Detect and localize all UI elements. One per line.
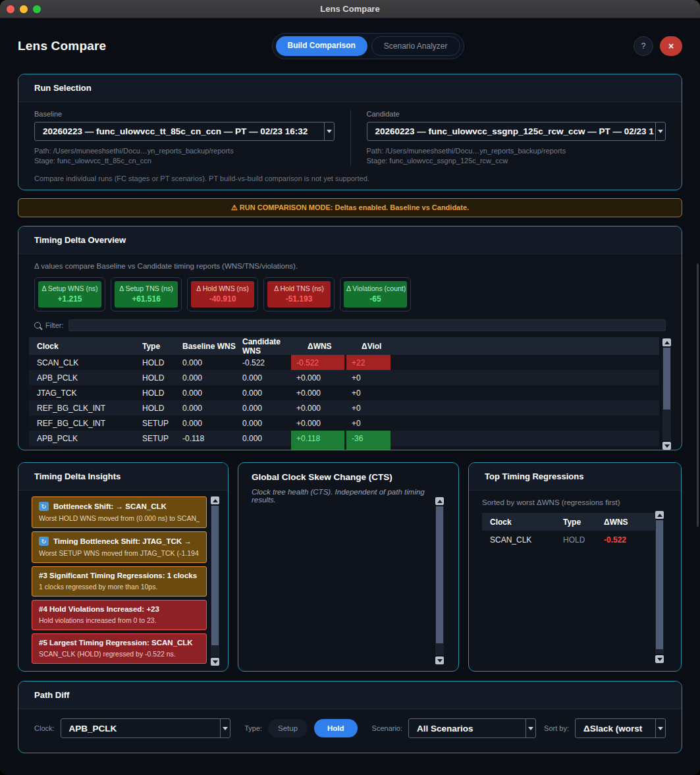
table-row[interactable]: APB_PCLK SETUP -0.118 0.000 +0.118 -36 <box>29 431 659 446</box>
window-scrollbar[interactable] <box>697 263 699 527</box>
tab-build-comparison[interactable]: Build Comparison <box>275 36 367 56</box>
insight-card[interactable]: ↻Timing Bottleneck Shift: JTAG_TCK → Wor… <box>32 531 207 563</box>
scroll-down-icon[interactable] <box>435 656 444 664</box>
col-header-clock[interactable]: Clock <box>482 518 563 527</box>
table-header-row: Clock Type Baseline WNS Candidate WNS ΔW… <box>29 337 659 355</box>
cell-baseline: 0.000 <box>182 388 242 398</box>
top-regressions-panel: Top Timing Regressions Sorted by worst Δ… <box>468 462 682 672</box>
regressions-scrollbar[interactable] <box>655 511 664 663</box>
table-row[interactable]: SCAN_CLK HOLD 0.000 -0.522 -0.522 +22 <box>29 355 659 370</box>
table-row[interactable]: SCAN_CLK HOLD -0.522 <box>482 531 656 548</box>
delta-card-value: -65 <box>346 294 404 304</box>
scrollbar-thumb[interactable] <box>211 506 219 645</box>
close-app-button[interactable]: × <box>660 36 682 56</box>
insight-card[interactable]: ↻Bottleneck Shift: → SCAN_CLK Worst HOLD… <box>32 496 207 528</box>
delta-card-value: -51.193 <box>270 294 328 304</box>
scroll-up-icon[interactable] <box>211 496 219 504</box>
sort-by-select-value: ΔSlack (worst <box>576 724 655 734</box>
close-window-icon[interactable] <box>7 5 14 13</box>
path-diff-panel: Path Diff Clock: APB_PCLK Type: Setup Ho… <box>18 681 682 753</box>
cell-clock: SCAN_CLK <box>482 535 563 545</box>
cell-baseline: -0.118 <box>182 434 242 443</box>
candidate-stage: Stage: func_ulowvcc_ssgnp_125c_rcw_ccw <box>367 156 666 166</box>
col-header-clock[interactable]: Clock <box>29 342 142 351</box>
delta-card-value: +1.215 <box>41 294 99 304</box>
scroll-up-icon[interactable] <box>655 511 664 519</box>
scrollbar-thumb[interactable] <box>656 520 663 649</box>
minimize-window-icon[interactable] <box>20 5 28 13</box>
col-header-baseline-wns[interactable]: Baseline WNS <box>182 342 242 351</box>
scroll-down-icon[interactable] <box>211 658 219 666</box>
chevron-down-icon[interactable] <box>655 719 665 737</box>
scrollbar-track[interactable] <box>435 506 444 655</box>
candidate-path: Path: /Users/muneeshsethi/Docu…yn_report… <box>367 146 666 156</box>
cell-type: SETUP <box>142 434 182 443</box>
insight-card[interactable]: #4 Hold Violations Increased: +23 Hold v… <box>32 600 207 630</box>
delta-card-label: Δ Violations (count) <box>346 284 404 292</box>
filter-input[interactable] <box>68 319 666 331</box>
insight-desc: 1 clocks regressed by more than 10ps. <box>39 583 200 591</box>
scrollbar-track[interactable] <box>211 506 219 656</box>
col-header-dwns[interactable]: ΔWNS <box>291 337 344 355</box>
run-selection-panel: Run Selection Baseline 20260223 — func_u… <box>18 74 682 190</box>
window-titlebar: Lens Compare <box>0 0 700 18</box>
table-row[interactable]: REF_BG_CLK_INT HOLD 0.000 0.000 +0.000 +… <box>29 400 659 415</box>
help-button[interactable]: ? <box>633 36 653 56</box>
col-header-type[interactable]: Type <box>563 518 604 527</box>
clock-select[interactable]: APB_PCLK <box>61 718 231 738</box>
app-header: Lens Compare Build Comparison Scenario A… <box>18 18 682 74</box>
cell-dwns: +0.473 <box>291 446 344 450</box>
col-header-type[interactable]: Type <box>142 342 182 351</box>
scenario-select[interactable]: All Scenarios <box>408 718 536 738</box>
col-header-candidate-wns[interactable]: Candidate WNS <box>242 337 291 356</box>
type-hold-button[interactable]: Hold <box>314 719 358 737</box>
cell-candidate: 0.000 <box>242 404 291 413</box>
insight-card[interactable]: #3 Significant Timing Regressions: 1 clo… <box>32 566 207 597</box>
run-selection-note: Compare individual runs (FC stages or PT… <box>34 174 666 182</box>
tab-scenario-analyzer[interactable]: Scenario Analyzer <box>371 36 460 56</box>
filter-row: Filter: <box>34 319 666 331</box>
scroll-down-icon[interactable] <box>662 442 671 450</box>
insights-scrollbar[interactable] <box>211 496 219 666</box>
table-row[interactable]: JTAG_TCK HOLD 0.000 0.000 +0.000 +0 <box>29 385 659 400</box>
cell-dwns: +0.118 <box>291 431 344 446</box>
chevron-down-icon[interactable] <box>220 719 230 737</box>
chevron-down-icon[interactable] <box>324 122 334 140</box>
table-scrollbar[interactable] <box>662 338 671 450</box>
col-header-dwns[interactable]: ΔWNS <box>604 518 656 527</box>
table-row[interactable]: APB_PCLK HOLD 0.000 0.000 +0.000 +0 <box>29 370 659 385</box>
type-setup-button[interactable]: Setup <box>268 719 308 737</box>
zoom-window-icon[interactable] <box>33 5 41 13</box>
overview-title: Timing Delta Overview <box>18 227 682 254</box>
type-label: Type: <box>244 724 262 732</box>
scrollbar-track[interactable] <box>655 520 664 654</box>
app-window: Lens Compare Lens Compare Build Comparis… <box>0 0 700 775</box>
table-row[interactable]: SCAN_CLK SETUP -0.473 0.000 +0.473 -29 <box>29 446 659 450</box>
scrollbar-thumb[interactable] <box>663 348 670 410</box>
cell-candidate: 0.000 <box>242 388 291 398</box>
insight-card[interactable]: #5 Largest Timing Regression: SCAN_CLK S… <box>32 633 207 664</box>
baseline-meta: Path: /Users/muneeshsethi/Docu…yn_report… <box>34 146 335 166</box>
delta-card-hold-wns: Δ Hold WNS (ns) -40.910 <box>187 277 258 311</box>
chevron-down-icon[interactable] <box>525 719 535 737</box>
insights-list: ↻Bottleneck Shift: → SCAN_CLK Worst HOLD… <box>32 496 207 666</box>
cell-candidate: 0.000 <box>242 419 291 428</box>
filter-label: Filter: <box>45 321 64 329</box>
candidate-run-select[interactable]: 20260223 — func_ulowvcc_ssgnp_125c_rcw_c… <box>367 122 666 141</box>
sort-by-select[interactable]: ΔSlack (worst <box>575 718 666 738</box>
scroll-up-icon[interactable] <box>662 338 671 346</box>
baseline-run-select[interactable]: 20260223 — func_ulowvcc_tt_85c_cn_ccn — … <box>34 122 335 141</box>
cell-dviol: +0 <box>346 400 390 415</box>
cts-scrollbar[interactable] <box>435 497 444 664</box>
cell-clock: REF_BG_CLK_INT <box>29 419 142 428</box>
scrollbar-thumb[interactable] <box>436 506 443 643</box>
col-header-dviol[interactable]: ΔViol <box>346 337 390 355</box>
cell-candidate: 0.000 <box>242 449 291 451</box>
table-row[interactable]: REF_BG_CLK_INT SETUP 0.000 0.000 +0.000 … <box>29 415 659 431</box>
scrollbar-track[interactable] <box>662 348 671 441</box>
scroll-up-icon[interactable] <box>435 497 444 505</box>
scroll-down-icon[interactable] <box>655 655 664 663</box>
cell-candidate: 0.000 <box>242 434 291 443</box>
chevron-down-icon[interactable] <box>655 122 665 140</box>
delta-card-label: Δ Setup TNS (ns) <box>117 284 175 292</box>
